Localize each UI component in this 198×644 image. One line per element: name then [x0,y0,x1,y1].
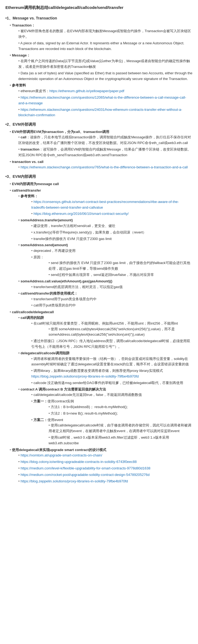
send-reason-1: send 操作的接收方 EVM 只提供了2300 gas limit，由于接收合… [49,260,193,272]
send-section: someAddress.send(amount) deprecated，不再建议… [18,242,193,278]
call-trap-item-1-wrapper: 在call时候只能用长变量类型，不能用昵称。例如用uint256，不能用uint… [31,321,193,338]
transaction-item: transaction：读写操作，会调用EVM的智能合约或触发Message，结… [18,147,193,158]
transfer-label: someAddress.transfer(amount) [18,218,193,223]
ccd-label: call/callcode/delegatecall [10,309,193,315]
page-title: Ethereum调用机制总结call/delegatecall/callcode… [5,4,193,11]
call-callcode-delegatecall-section: call/callcode/delegatecall call调用的陷阱 在ca… [10,309,193,446]
section-3: • 3、 EVM内部调用 EVM内部调用为message call call/s… [5,173,193,484]
tx-vs-call-section: transaction vs. call https://ethereum.st… [10,159,193,171]
message-section: Message： 在两个账户之间传递的Data(以字节流形式)或Value(以e… [10,53,193,82]
upgrade-link-4: https://medium.com/rocket-pool/upgradabl… [18,472,193,478]
transfer-item-3: transfer操作的接收方 EVM 只提供了2300 gas limit [31,236,193,242]
delegatecall-trap-label: delegatecall/callcode调用陷阱 [18,351,193,356]
section-1: • 1、 Message vs. Transaction Transaction… [5,15,193,118]
section-2-title: • 2、 EVM外部调用 [5,121,193,127]
solution-1-method-2: 方法2：B b=new B(); result=b.myMethod(); [49,411,193,416]
send-deprecated: deprecated，不再建议使用 [31,248,193,254]
main-content: • 1、 Message vs. Transaction Transaction… [5,15,193,484]
message-item-2: Data (as a set of bytes) and Value (spec… [18,71,193,82]
send-reason-label: 原因： [31,255,193,260]
call-send-transfer-ref: 参考资料： https://consensys.github.io/smart-… [18,193,193,217]
section-1-number: 1、 [7,15,13,21]
delegatecall-trap-1: 调用者和被调用者的变量顺序要保持一致（结构一致），否则会设置成对应顺序位置变量，… [31,356,193,368]
transfer-item-1: 建议使用，transfer方法相对send/call，更安全、健壮 [31,223,193,229]
upgrade-section: 使用delegatecall来实现upgrade smart contract的… [10,447,193,484]
message-item-1: 在两个账户之间传递的Data(以字节流形式)或Value(以ether为单位)，… [18,58,193,70]
solution-1-method-1: 方法1：B b=B(addressB)； result=b.myMethod()… [49,404,193,410]
ref-label-1: 参考资料 [10,83,193,88]
send-reason-wrapper: 原因： send 操作的接收方 EVM 只提供了2300 gas limit，由… [31,255,193,278]
yellowpaper-link[interactable]: https://ethereum.github.io/yellowpaper/p… [49,89,124,93]
section-3-heading: EVM内部调用 [13,173,36,179]
message-label: Message： [10,53,193,58]
ref-1-link-2: https://ethereum.stackexchange.com/quest… [18,95,193,106]
contract-ab-label: contract A 调用contract B 方法需要返回值的解决方法 [18,387,193,392]
callvalue-section: someAddress.call.value(ethAmount).gas(ga… [18,279,193,290]
transaction-item-1: 被EVM外部角色签名的数据，在EVM内部表现为触发Message或智能合约操作，… [18,28,193,40]
delegatecall-trap-3: callcode 没正确传递msg.sender给DAO事件的草蛆坑爹，已经被d… [31,380,193,386]
evm-internal-label: EVM内部调用为message call [10,181,193,187]
call-trap-item-1: 在call时候只能用长变量类型，不能用昵称。例如用uint256，不能用uint… [31,321,193,326]
section-2-number: 2、 [7,121,13,127]
solution-1-label: 方案一：使用contract实例 [31,399,193,404]
ref-1-link-1: ethereum黄皮书：https://ethereum.github.io/y… [18,88,193,94]
upgrade-link-2: https://blog.colony.io/writing-upgradeab… [18,459,193,465]
pattern-item-2: call用于pull类场景的合约中 [31,303,193,308]
section-2-heading: EVM外部调用 [13,121,36,127]
stackexchange-transfer-link[interactable]: https://ethereum.stackexchange.com/quest… [18,108,182,117]
ref-1-link-3: https://ethereum.stackexchange.com/quest… [18,107,193,118]
pattern-item-1: transfer/send用于push类业务场景合约中 [31,296,193,302]
pattern-label: call/send/transfer的推荐使用模式： [18,291,193,296]
send-label: someAddress.send(amount) [18,242,193,248]
transfer-item-2: x.transfer(y)等价于Require(x.send(y))，如果失败，… [31,230,193,235]
section-1-heading: Message vs. Transaction [13,15,57,21]
evm-external-label: EVM外部调用EVM为transaction，分为call、transactio… [10,129,193,135]
level-k-link[interactable]: https://medium.com/level-k/flexible-upgr… [21,466,150,470]
call-trap-label: call调用的陷阱 [18,315,193,321]
consensys-link[interactable]: https://consensys.github.io/smart-contra… [31,200,179,209]
section-1-title: • 1、 Message vs. Transaction [5,15,193,21]
callvalue-item-1: transfer/send的底层调用方法，相对灵活，可以指定gas值 [31,284,193,290]
contract-ab-note: call/delegatecall/callcode无法返回true，false… [31,392,193,398]
upgrade-link-3: https://medium.com/level-k/flexible-upgr… [18,466,193,471]
tx-vs-call-stackexchange[interactable]: https://ethereum.stackexchange.com/quest… [21,165,188,169]
zeppelin-proxy-link[interactable]: https://blog.zeppelin.solutions/proxy-li… [21,479,128,483]
transfer-section: someAddress.transfer(amount) 建议使用，transf… [18,218,193,242]
call-trap-item-2: 通过外部接口（JSON RPC）传入地址address类型，调用call/cal… [31,338,193,350]
upgrade-link-5: https://blog.zeppelin.solutions/proxy-li… [18,479,193,484]
ref-section-1: 参考资料 ethereum黄皮书：https://ethereum.github… [10,83,193,118]
callvalue-label: someAddress.call.value(ethAmount).gas(ga… [18,279,193,284]
rocket-pool-link[interactable]: https://medium.com/rocket-pool/upgradabl… [21,473,149,477]
proxy-library-link[interactable]: https://blog.zeppelin.solutions/proxy-li… [31,374,139,378]
call-item: call：读操作，只在本地节点模拟transaction操作，调用智能合约或触发… [18,135,193,146]
cst-ref-link-1: https://consensys.github.io/smart-contra… [31,199,193,211]
transaction-section: Transaction： 被EVM外部角色签名的数据，在EVM内部表现为触发Me… [10,23,193,52]
call-trap-item-1-sub: 使用 someAddress.call(bytes4(keccak256("se… [49,326,193,338]
section-3-title: • 3、 EVM内部调用 [5,173,193,179]
section-2: • 2、 EVM外部调用 EVM外部调用EVM为transaction，分为ca… [5,121,193,170]
tx-vs-call-link: https://ethereum.stackexchange.com/quest… [18,165,193,170]
upgrade-link-1: https://vomtom.at/upgrade-smart-contract… [18,453,193,458]
delegatecall-trap-section: delegatecall/callcode调用陷阱 调用者和被调用者的变量顺序要… [18,351,193,386]
pattern-section: call/send/transfer的推荐使用模式： transfer/send… [18,291,193,308]
cst-ref-link-2: https://blog.ethereum.org/2016/06/10/sma… [31,211,193,217]
section-3-number: 3、 [7,173,13,179]
tx-vs-call-label: transaction vs. call [10,159,193,165]
solution-2-wrapper: 方案二：使用event 使用call/delegatecall/callcode… [31,417,193,446]
message-call-label: EVM内部调用为message call [10,181,193,187]
call-send-transfer-section: call/send/transfer 参考资料： https://consens… [10,188,193,308]
contract-ab-section: contract A 调用contract B 方法需要返回值的解决方法 cal… [18,387,193,446]
solution-2-label: 方案二：使用event [31,417,193,423]
call-send-transfer-label: call/send/transfer [10,188,193,193]
blog-ethereum-security-link[interactable]: https://blog.ethereum.org/2016/06/10/sma… [33,212,129,216]
transaction-label: Transaction： [10,23,193,28]
solution-1-wrapper: 方案一：使用contract实例 方法1：B b=B(addressB)； re… [31,399,193,416]
upgrade-label: 使用delegatecall来实现upgrade smart contract的… [10,447,193,453]
stackexchange-call-message-link[interactable]: https://ethereum.stackexchange.com/quest… [18,95,186,105]
solution-2-item-1: 使用call/delegatecall/callcode时候，由于修改调用者的存… [49,423,193,434]
call-trap-section: call调用的陷阱 在call时候只能用长变量类型，不能用昵称。例如用uint2… [18,315,193,350]
vomtom-link[interactable]: https://vomtom.at/upgrade-smart-contract… [21,453,102,457]
colony-link[interactable]: https://blog.colony.io/writing-upgradeab… [21,460,136,464]
send-reason-2: send过程中如果出现异常，send返还回true/false，不抛出对应异常 [49,272,193,278]
solution-2-item-2: 使用call时候，web3 0.x版本采用web3.eth.filter过滤监听… [49,435,193,446]
